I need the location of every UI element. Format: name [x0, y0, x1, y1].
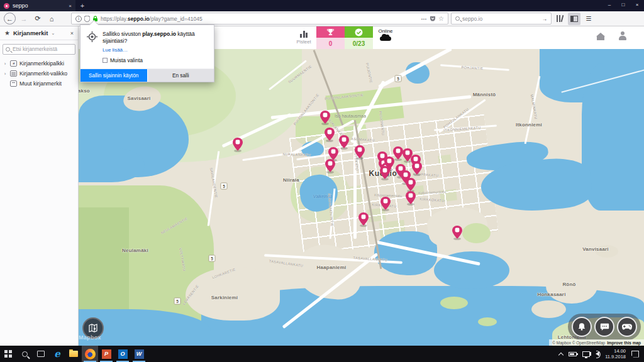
- powerpoint-taskbar-button[interactable]: [98, 346, 114, 362]
- bookmarks-search-placeholder: Etsi kirjanmerkeistä: [13, 47, 57, 52]
- powerpoint-icon: [102, 349, 111, 359]
- page-actions-icon[interactable]: ⋯: [421, 16, 428, 22]
- back-button[interactable]: ←: [4, 13, 16, 25]
- remember-choice-row[interactable]: Muista valinta: [103, 57, 208, 64]
- deny-location-button[interactable]: En salli: [148, 69, 214, 82]
- permission-question: Sallitko sivuston play.seppo.io käyttää …: [103, 31, 208, 45]
- explorer-icon: [69, 351, 78, 357]
- vanvisaari-islet: [596, 245, 618, 258]
- volume-icon[interactable]: [596, 351, 599, 356]
- close-window-button[interactable]: ×: [630, 0, 644, 9]
- toolbar-bookmarks-icon: [10, 60, 17, 67]
- firefox-icon: [85, 349, 96, 359]
- map-pin[interactable]: [328, 147, 338, 160]
- map-pin[interactable]: [355, 145, 365, 158]
- sidebar-title[interactable]: Kirjanmerkit: [13, 30, 48, 36]
- improve-map-link[interactable]: Improve this map: [607, 341, 641, 345]
- maximize-button[interactable]: □: [616, 0, 630, 9]
- map-pin[interactable]: [412, 162, 422, 175]
- road: [525, 76, 541, 144]
- bookmarks-sidebar: ★ Kirjanmerkit ⌄ × Etsi kirjanmerkeistä …: [0, 26, 79, 346]
- expand-caret-icon[interactable]: ›: [3, 71, 8, 77]
- map-pin[interactable]: [325, 128, 335, 141]
- highway-shield: 5: [221, 183, 228, 190]
- allow-location-button[interactable]: Sallin sijainnin käytön: [80, 69, 148, 82]
- tray-expand-icon[interactable]: [558, 352, 564, 357]
- notifications-bell-button[interactable]: [572, 317, 592, 337]
- bookmark-folder-label: Muut kirjanmerkit: [19, 80, 62, 87]
- search-bar[interactable]: seppo.io →: [451, 13, 552, 25]
- explorer-taskbar-button[interactable]: [65, 346, 82, 362]
- word-taskbar-button[interactable]: [131, 346, 147, 362]
- menu-button[interactable]: ☰: [583, 13, 594, 25]
- gamepad-button[interactable]: [617, 317, 637, 337]
- map-pin[interactable]: [339, 135, 349, 148]
- url-bar[interactable]: i https://play.seppo.io/play?game_id=410…: [71, 13, 448, 25]
- sidebar-toggle-button[interactable]: [568, 13, 580, 25]
- edge-taskbar-button[interactable]: [49, 346, 65, 362]
- outlook-taskbar-button[interactable]: [114, 346, 131, 362]
- library-button[interactable]: [554, 13, 565, 25]
- map-pin[interactable]: [384, 156, 394, 170]
- road: [353, 126, 357, 239]
- user-profile-icon[interactable]: [618, 31, 627, 41]
- map-pin[interactable]: [233, 138, 243, 151]
- bookmarks-search-input[interactable]: Etsi kirjanmerkeistä: [3, 44, 75, 55]
- map-pin[interactable]: [393, 146, 403, 160]
- search-placeholder[interactable]: seppo.io: [462, 16, 540, 22]
- page-info-icon[interactable]: i: [75, 16, 82, 22]
- action-center-icon[interactable]: [631, 351, 639, 358]
- map-pin[interactable]: [406, 178, 416, 191]
- new-tab-button[interactable]: +: [75, 0, 89, 11]
- start-taskbar-button[interactable]: [0, 346, 16, 362]
- forward-button[interactable]: →: [18, 13, 30, 25]
- remember-checkbox[interactable]: [103, 58, 108, 63]
- map-pin[interactable]: [380, 197, 391, 210]
- taskview-taskbar-button[interactable]: [33, 346, 49, 362]
- highway-shield: 5: [395, 75, 402, 82]
- bookmark-star-icon[interactable]: ☆: [438, 15, 444, 22]
- exercises-score-box[interactable]: 0/23: [345, 26, 373, 49]
- minimize-button[interactable]: –: [602, 0, 616, 9]
- chat-button[interactable]: [594, 317, 614, 337]
- pocket-icon[interactable]: [430, 16, 436, 22]
- clock-time: 14.00: [605, 348, 626, 354]
- tracking-protection-icon[interactable]: [84, 16, 90, 22]
- points-label: Pisteet: [297, 39, 311, 45]
- map[interactable]: PuijonlaaksoSavisaariMännistöItkonniemiN…: [79, 49, 644, 346]
- geolocation-icon: [87, 31, 97, 64]
- sidebar-close-button[interactable]: ×: [70, 30, 74, 36]
- home-button[interactable]: ⌂: [46, 13, 57, 25]
- learn-more-link[interactable]: Lue lisää…: [103, 47, 128, 54]
- map-pin[interactable]: [320, 111, 330, 124]
- tab-bar: seppo × + – □ ×: [0, 0, 644, 11]
- windows-taskbar: 14.00 11.9.2018: [0, 346, 644, 362]
- search-go-icon[interactable]: →: [542, 16, 548, 22]
- map-label: PUIJONTIE: [365, 62, 374, 83]
- home-icon[interactable]: [596, 33, 605, 40]
- chevron-down-icon[interactable]: ⌄: [51, 31, 55, 36]
- firefox-taskbar-button[interactable]: [82, 346, 98, 362]
- sidebar-item-toolbar-bookmarks[interactable]: › Kirjanmerkkipalkki: [0, 58, 78, 69]
- map-pin[interactable]: [406, 191, 416, 204]
- cloud-icon: [380, 36, 391, 41]
- reload-button[interactable]: ⟳: [32, 13, 43, 25]
- battery-icon[interactable]: [569, 352, 577, 356]
- taskbar-clock[interactable]: 14.00 11.9.2018: [605, 348, 626, 360]
- tab-close-icon[interactable]: ×: [69, 3, 72, 9]
- expand-caret-icon[interactable]: ›: [3, 61, 8, 67]
- url-text[interactable]: https://play.seppo.io/play?game_id=41045: [101, 16, 419, 22]
- tab-seppo[interactable]: seppo ×: [0, 0, 75, 11]
- trophy-score-box[interactable]: 0: [316, 26, 345, 49]
- map-pin[interactable]: [358, 212, 369, 226]
- search-taskbar-button[interactable]: [16, 346, 33, 362]
- browser-window: seppo × + – □ × ← → ⟳ ⌂ i https://play.s…: [0, 0, 644, 362]
- map-pin[interactable]: [325, 159, 335, 172]
- sidebar-item-other-bookmarks[interactable]: Muut kirjanmerkit: [0, 79, 78, 89]
- highway-shield: 5: [209, 255, 216, 262]
- sidebar-item-bookmarks-menu[interactable]: › Kirjanmerkit-valikko: [0, 69, 78, 79]
- points-indicator[interactable]: Pisteet: [291, 26, 316, 49]
- sarkiniemi-peninsula: [186, 267, 280, 321]
- highway-shield: 5: [174, 298, 181, 305]
- map-pin[interactable]: [452, 226, 462, 239]
